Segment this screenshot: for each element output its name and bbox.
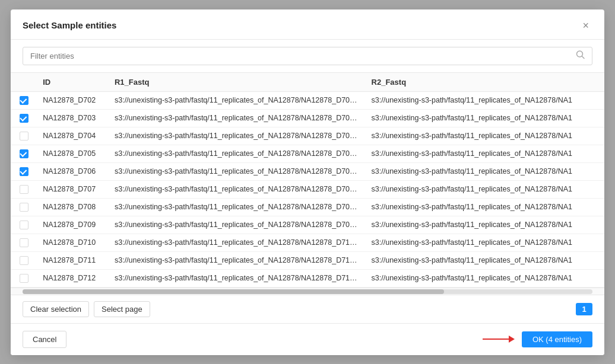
table-row: NA12878_D706s3://unexisting-s3-path/fast…	[11, 162, 604, 180]
col-header-r1fastq: R1_Fastq	[109, 73, 366, 92]
entities-table: ID R1_Fastq R2_Fastq NA12878_D702s3://un…	[11, 73, 604, 288]
row-checkbox[interactable]	[20, 238, 28, 247]
row-r2fastq: s3://unexisting-s3-path/fastq/11_replica…	[366, 269, 604, 287]
row-checkbox[interactable]	[20, 149, 28, 158]
clear-selection-button[interactable]: Clear selection	[23, 301, 89, 317]
row-checkbox[interactable]	[20, 256, 28, 265]
row-id: NA12878_D708	[37, 198, 109, 216]
table-row: NA12878_D708s3://unexisting-s3-path/fast…	[11, 198, 604, 216]
row-r1fastq: s3://unexisting-s3-path/fastq/11_replica…	[109, 127, 366, 145]
cancel-button[interactable]: Cancel	[23, 331, 66, 348]
row-r1fastq: s3://unexisting-s3-path/fastq/11_replica…	[109, 216, 366, 234]
row-r2fastq: s3://unexisting-s3-path/fastq/11_replica…	[366, 91, 604, 109]
horizontal-scrollbar[interactable]	[11, 288, 604, 295]
table-row: NA12878_D704s3://unexisting-s3-path/fast…	[11, 127, 604, 145]
page-badge: 1	[576, 303, 592, 315]
row-r1fastq: s3://unexisting-s3-path/fastq/11_replica…	[109, 251, 366, 269]
row-checkbox-cell	[11, 162, 37, 180]
row-id: NA12878_D712	[37, 269, 109, 287]
row-id: NA12878_D710	[37, 234, 109, 251]
row-checkbox-cell	[11, 234, 37, 251]
row-r2fastq: s3://unexisting-s3-path/fastq/11_replica…	[366, 234, 604, 251]
table-row: NA12878_D703s3://unexisting-s3-path/fast…	[11, 109, 604, 127]
row-r1fastq: s3://unexisting-s3-path/fastq/11_replica…	[109, 109, 366, 127]
row-checkbox-cell	[11, 251, 37, 269]
row-checkbox-cell	[11, 145, 37, 162]
modal-overlay: Select Sample entities × ID R1_Fastq	[0, 0, 615, 364]
svg-marker-3	[509, 336, 515, 343]
row-r2fastq: s3://unexisting-s3-path/fastq/11_replica…	[366, 162, 604, 180]
row-id: NA12878_D702	[37, 91, 109, 109]
row-checkbox[interactable]	[20, 114, 28, 123]
table-row: NA12878_D705s3://unexisting-s3-path/fast…	[11, 145, 604, 162]
row-checkbox[interactable]	[20, 221, 28, 229]
row-r1fastq: s3://unexisting-s3-path/fastq/11_replica…	[109, 162, 366, 180]
row-checkbox-cell	[11, 198, 37, 216]
row-r2fastq: s3://unexisting-s3-path/fastq/11_replica…	[366, 216, 604, 234]
table-row: NA12878_D707s3://unexisting-s3-path/fast…	[11, 180, 604, 198]
row-checkbox[interactable]	[20, 274, 28, 283]
row-id: NA12878_D706	[37, 162, 109, 180]
row-checkbox-cell	[11, 269, 37, 287]
row-r1fastq: s3://unexisting-s3-path/fastq/11_replica…	[109, 145, 366, 162]
modal-header: Select Sample entities ×	[11, 9, 604, 40]
row-r2fastq: s3://unexisting-s3-path/fastq/11_replica…	[366, 127, 604, 145]
col-header-checkbox	[11, 73, 37, 92]
footer-top: Clear selection Select page 1	[11, 295, 604, 323]
row-r1fastq: s3://unexisting-s3-path/fastq/11_replica…	[109, 269, 366, 287]
search-input[interactable]	[23, 47, 592, 65]
row-checkbox-cell	[11, 109, 37, 127]
search-icon	[576, 50, 585, 62]
row-r2fastq: s3://unexisting-s3-path/fastq/11_replica…	[366, 109, 604, 127]
footer-top-left: Clear selection Select page	[23, 301, 150, 317]
row-id: NA12878_D709	[37, 216, 109, 234]
scrollbar-thumb[interactable]	[23, 289, 444, 294]
row-checkbox-cell	[11, 91, 37, 109]
row-checkbox[interactable]	[20, 167, 28, 176]
row-r2fastq: s3://unexisting-s3-path/fastq/11_replica…	[366, 251, 604, 269]
modal-title: Select Sample entities	[23, 20, 116, 30]
row-id: NA12878_D707	[37, 180, 109, 198]
select-page-button[interactable]: Select page	[94, 301, 150, 317]
row-checkbox[interactable]	[20, 185, 28, 194]
modal: Select Sample entities × ID R1_Fastq	[11, 9, 604, 355]
row-id: NA12878_D704	[37, 127, 109, 145]
row-id: NA12878_D711	[37, 251, 109, 269]
footer-right: OK (4 entities)	[483, 331, 592, 347]
row-id: NA12878_D705	[37, 145, 109, 162]
table-row: NA12878_D709s3://unexisting-s3-path/fast…	[11, 216, 604, 234]
table-area: ID R1_Fastq R2_Fastq NA12878_D702s3://un…	[11, 73, 604, 288]
scrollbar-track	[23, 289, 592, 294]
table-row: NA12878_D702s3://unexisting-s3-path/fast…	[11, 91, 604, 109]
row-r1fastq: s3://unexisting-s3-path/fastq/11_replica…	[109, 234, 366, 251]
footer-bottom: Cancel OK (4 entities)	[11, 323, 604, 355]
ok-button[interactable]: OK (4 entities)	[522, 331, 592, 347]
svg-line-1	[582, 56, 585, 59]
close-button[interactable]: ×	[579, 19, 592, 32]
arrow-icon	[483, 333, 515, 345]
row-checkbox-cell	[11, 180, 37, 198]
row-r2fastq: s3://unexisting-s3-path/fastq/11_replica…	[366, 180, 604, 198]
row-checkbox[interactable]	[20, 96, 28, 105]
row-checkbox-cell	[11, 216, 37, 234]
row-r1fastq: s3://unexisting-s3-path/fastq/11_replica…	[109, 91, 366, 109]
table-row: NA12878_D711s3://unexisting-s3-path/fast…	[11, 251, 604, 269]
row-r1fastq: s3://unexisting-s3-path/fastq/11_replica…	[109, 180, 366, 198]
row-checkbox[interactable]	[20, 132, 28, 141]
row-id: NA12878_D703	[37, 109, 109, 127]
col-header-id: ID	[37, 73, 109, 92]
row-r1fastq: s3://unexisting-s3-path/fastq/11_replica…	[109, 198, 366, 216]
row-r2fastq: s3://unexisting-s3-path/fastq/11_replica…	[366, 145, 604, 162]
search-area	[11, 40, 604, 73]
row-r2fastq: s3://unexisting-s3-path/fastq/11_replica…	[366, 198, 604, 216]
table-row: NA12878_D710s3://unexisting-s3-path/fast…	[11, 234, 604, 251]
table-row: NA12878_D712s3://unexisting-s3-path/fast…	[11, 269, 604, 287]
col-header-r2fastq: R2_Fastq	[366, 73, 604, 92]
row-checkbox-cell	[11, 127, 37, 145]
row-checkbox[interactable]	[20, 203, 28, 212]
